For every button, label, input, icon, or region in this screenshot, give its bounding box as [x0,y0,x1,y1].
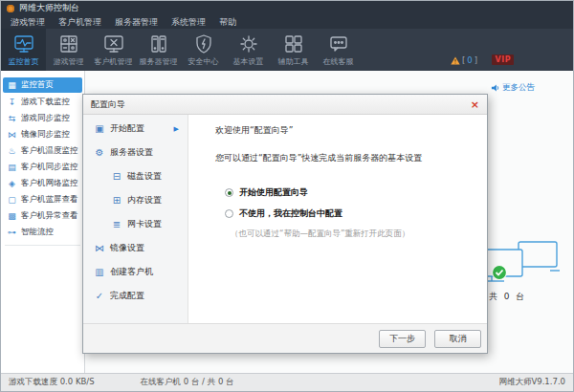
client-icon: ▥ [94,267,105,277]
wizard-step-label: 网卡设置 [127,218,162,230]
toolbar-item-online-service[interactable]: 在线客服 [316,29,361,71]
wizard-steps-panel: ▣开始配置▶⚙服务器设置▶⊟磁盘设置▶⊞内存设置▶≣网卡设置▶⋈镜像设置▶▥创建… [83,115,188,323]
toolbar-item-monitor-home[interactable]: 监控首页 [1,29,46,71]
sidebar-item[interactable]: ◈客户机网络监控 [1,175,84,191]
menu-item-4[interactable]: 帮助 [219,16,236,29]
server-rack-icon [148,32,169,55]
radio-icon[interactable] [225,209,233,218]
monitor-pulse-icon [13,32,34,55]
sidebar-item-label: 游戏同步监控 [21,113,70,124]
sidebar-item-label: 客户机同步监控 [21,162,78,173]
sidebar-item-label: 客户机异常查看 [21,210,78,222]
toolbar-item-aux-tools[interactable]: 辅助工具 [271,29,316,71]
toolbar-item-client-mgmt[interactable]: 客户机管理 [91,29,136,71]
wizard-step[interactable]: ✓完成配置▶ [83,284,188,308]
sidebar-item[interactable]: ⋈镜像同步监控 [1,126,84,142]
alert-count: 0 [467,55,472,65]
cancel-button[interactable]: 取消 [434,330,481,348]
wizard-step-label: 镜像设置 [110,242,144,254]
sidebar-item[interactable]: ▩客户机异常查看 [1,207,84,224]
wizard-step[interactable]: ⚙服务器设置▶ [83,141,188,164]
wizard-step-label: 磁盘设置 [127,170,162,183]
toolbar-item-basic-settings[interactable]: 基本设置 [226,29,271,71]
toolbar-item-game-mgmt[interactable]: 游戏管理 [46,29,91,71]
dashboard-icon: ▦ [7,80,17,90]
client-sync-icon: ▤ [7,163,17,172]
sidebar-item[interactable]: ↧游戏下载监控 [1,94,84,110]
menu-item-0[interactable]: 游戏管理 [11,16,45,29]
done-icon: ✓ [94,291,105,301]
radio-start-wizard[interactable]: 开始使用配置向导 [225,186,487,199]
app-window: 网维大师控制台 游戏管理客户机管理服务器管理系统管理帮助 监控首页 游戏管理 客… [0,0,574,392]
sync-icon: ⇆ [7,114,17,123]
dialog-title-bar: 配置向导 × [83,95,487,115]
dialog-body: ▣开始配置▶⚙服务器设置▶⊟磁盘设置▶⊞内存设置▶≣网卡设置▶⋈镜像设置▶▥创建… [83,115,487,323]
sidebar-item[interactable]: ▢客户机蓝屏查看 [1,191,84,207]
wizard-step[interactable]: ▣开始配置▶ [83,117,188,141]
client-tools-icon [103,32,124,55]
radio-icon[interactable] [225,188,233,197]
sidebar-item[interactable]: ♨客户机温度监控 [1,142,84,159]
download-icon: ↧ [7,98,17,107]
next-button[interactable]: 下一步 [379,330,426,348]
sidebar-item-label: 游戏下载监控 [21,97,70,108]
start-icon: ▣ [94,123,105,134]
wizard-step[interactable]: ≣网卡设置▶ [83,212,188,236]
sidebar-item[interactable]: ▦监控首页 [3,77,82,93]
shield-bolt-icon [193,32,214,55]
toolbar-item-server-mgmt[interactable]: 服务器管理 [136,29,181,71]
sidebar-item-label: 客户机温度监控 [21,145,78,157]
client-count-caption: / 共 0 台 [479,291,567,303]
memory-icon: ⊞ [111,195,122,206]
wizard-step-label: 完成配置 [110,290,144,302]
alert-counter[interactable]: [0] [451,55,477,65]
sidebar-nav: ▦监控首页↧游戏下载监控⇆游戏同步监控⋈镜像同步监控♨客户机温度监控▤客户机同步… [1,71,85,373]
menu-item-3[interactable]: 系统管理 [171,16,206,29]
toolbar-item-security-center[interactable]: 安全中心 [181,29,226,71]
app-logo-icon [7,5,14,12]
menu-item-2[interactable]: 服务器管理 [115,16,158,29]
game-grid-icon [58,32,79,55]
reopen-hint: （也可以通过“帮助—配置向导”重新打开此页面） [231,229,487,240]
main-toolbar: 监控首页 游戏管理 客户机管理 服务器管理 安全中心 [1,29,573,71]
wizard-step-label: 创建客户机 [110,266,153,278]
wizard-step[interactable]: ⊞内存设置▶ [83,188,188,212]
wizard-step[interactable]: ⊟磁盘设置▶ [83,164,188,188]
client-monitors-icon [479,241,567,285]
chat-icon [328,32,349,55]
sidebar-item-label: 监控首页 [21,79,54,91]
sidebar-item[interactable]: ⇆游戏同步监控 [1,110,84,126]
window-title: 网维大师控制台 [19,2,79,14]
menu-item-1[interactable]: 客户机管理 [58,16,101,29]
sidebar-item[interactable]: ⊶智能流控 [1,224,84,240]
title-bar: 网维大师控制台 [1,1,573,15]
sidebar-divider [5,245,80,246]
close-icon[interactable]: × [471,99,479,110]
radio-skip-wizard[interactable]: 不使用，我在控制台中配置 [225,207,487,220]
config-wizard-dialog: 配置向导 × ▣开始配置▶⚙服务器设置▶⊟磁盘设置▶⊞内存设置▶≣网卡设置▶⋈镜… [82,94,488,354]
welcome-text: 欢迎使用“配置向导” [215,124,487,137]
wizard-step[interactable]: ⋈镜像设置▶ [83,236,188,260]
bluescreen-icon: ▢ [7,195,17,205]
menu-bar: 游戏管理客户机管理服务器管理系统管理帮助 [1,15,573,29]
app-version: 网维大师V9.1.7.0 [498,377,565,388]
speaker-icon [491,83,499,93]
mirror-sync-icon: ⋈ [94,243,105,253]
more-announcements-link[interactable]: 更多公告 [491,82,535,94]
vip-badge: VIP [492,54,514,65]
wizard-step[interactable]: ▥创建客户机▶ [83,260,188,284]
flow-icon: ⊶ [7,228,17,237]
dialog-title: 配置向导 [91,98,125,111]
wizard-step-label: 服务器设置 [110,146,153,159]
gear-icon [238,32,259,55]
temperature-icon: ♨ [7,146,17,156]
download-speed-status: 游戏下载速度 0.0 KB/S [9,377,95,388]
sidebar-item-label: 客户机网络监控 [21,178,78,189]
description-text: 您可以通过“配置向导”快速完成当前服务器的基本设置 [215,152,487,164]
client-status-graphic: / 共 0 台 [479,241,567,303]
dialog-footer: 下一步 取消 [83,323,487,353]
gear-icon: ⚙ [94,147,105,158]
error-icon: ▩ [7,211,17,221]
wizard-content: 欢迎使用“配置向导” 您可以通过“配置向导”快速完成当前服务器的基本设置 开始使… [188,115,487,323]
sidebar-item[interactable]: ▤客户机同步监控 [1,159,84,175]
